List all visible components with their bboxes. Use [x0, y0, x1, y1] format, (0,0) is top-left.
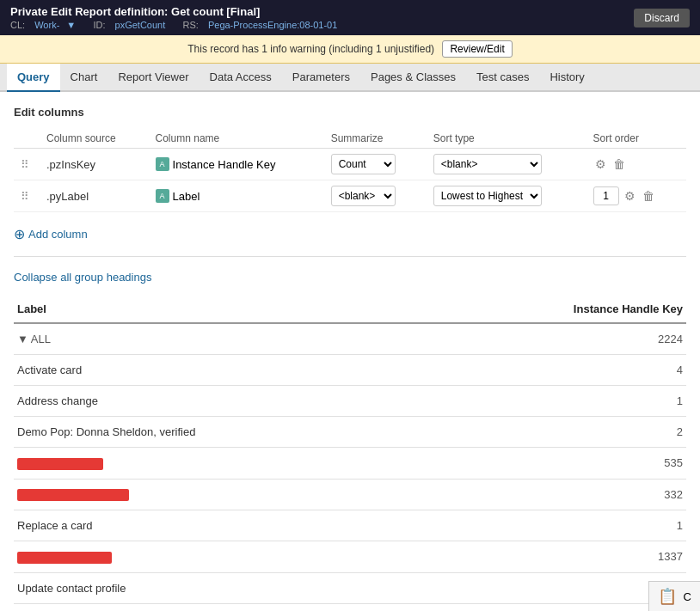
- toolbar-label: C: [684, 590, 691, 603]
- list-item: Replace a card1: [14, 510, 686, 541]
- list-item: 332: [14, 479, 686, 510]
- main-content: Edit columns Column source Column name S…: [0, 92, 700, 611]
- result-label-cell: Replace a card: [14, 510, 427, 541]
- rs-label: RS:: [183, 20, 199, 30]
- result-value-cell: 535: [427, 448, 687, 480]
- column-source-cell: .pzInsKey: [40, 149, 149, 180]
- add-column-link[interactable]: ⊕ Add column: [14, 226, 88, 242]
- results-key-header: Instance Handle Key: [427, 296, 687, 323]
- copy-icon: 📋: [658, 588, 677, 605]
- delete-button[interactable]: 🗑: [641, 187, 656, 205]
- sort-type-cell[interactable]: <blank>Lowest to HighestHighest to Lowes…: [427, 149, 586, 180]
- page-title: Private Edit Report definition: Get coun…: [10, 5, 344, 18]
- result-value-cell: 332: [427, 479, 687, 510]
- results-label-header: Label: [14, 296, 427, 323]
- collapse-all-link[interactable]: Collapse all group headings: [14, 271, 151, 284]
- redacted-text: [17, 489, 129, 501]
- tab-query[interactable]: Query: [7, 64, 60, 92]
- cl-value: Work-▼: [34, 20, 78, 30]
- header: Private Edit Report definition: Get coun…: [0, 0, 700, 35]
- tab-test-cases[interactable]: Test cases: [466, 64, 539, 92]
- result-label-cell: Demo Pop: Donna Sheldon, verified: [14, 417, 427, 448]
- list-item: Activate card4: [14, 355, 686, 386]
- plus-icon: ⊕: [14, 226, 25, 242]
- column-name-text: Label: [173, 190, 200, 203]
- result-label-cell: Update contact profile: [14, 572, 427, 603]
- result-value-cell: 2224: [427, 323, 687, 355]
- result-value-cell: 4: [427, 355, 687, 386]
- sort-type-cell[interactable]: <blank>Lowest to HighestHighest to Lowes…: [427, 180, 586, 212]
- tab-chart[interactable]: Chart: [60, 64, 108, 92]
- sort-order-input[interactable]: [593, 186, 619, 205]
- redacted-text: [17, 458, 103, 470]
- tab-parameters[interactable]: Parameters: [282, 64, 360, 92]
- id-value: pxGetCount: [115, 20, 166, 30]
- bottom-toolbar: 📋 C: [648, 581, 700, 611]
- summarize-select[interactable]: <blank>CountSumAverageMaxMin: [331, 154, 396, 174]
- list-item: ▼ ALL2224: [14, 323, 686, 355]
- col-source-header: Column source: [40, 129, 149, 149]
- cl-label: CL:: [10, 20, 25, 30]
- sort-order-cell: ⚙ 🗑: [586, 180, 686, 212]
- section-divider: [14, 256, 686, 257]
- list-item: 535: [14, 448, 686, 480]
- sort-type-select[interactable]: <blank>Lowest to HighestHighest to Lowes…: [433, 154, 542, 174]
- results-table: Label Instance Handle Key ▼ ALL2224Activ…: [14, 296, 686, 604]
- column-source-cell: .pyLabel: [40, 180, 149, 212]
- table-row: ⠿.pyLabelALabel<blank>CountSumAverageMax…: [14, 180, 686, 212]
- col-sort-type-header: Sort type: [427, 129, 586, 149]
- redacted-text: [17, 552, 112, 564]
- result-label-cell: [14, 448, 427, 480]
- delete-button[interactable]: 🗑: [611, 156, 627, 173]
- col-sort-order-header: Sort order: [586, 129, 686, 149]
- tab-history[interactable]: History: [539, 64, 594, 92]
- table-row: ⠿.pzInsKeyAInstance Handle Key<blank>Cou…: [14, 149, 686, 180]
- result-value-cell: 2: [427, 417, 687, 448]
- summarize-cell[interactable]: <blank>CountSumAverageMaxMin: [324, 180, 427, 212]
- result-label-cell: ▼ ALL: [14, 323, 427, 355]
- drag-handle-icon[interactable]: ⠿: [21, 190, 29, 203]
- summarize-cell[interactable]: <blank>CountSumAverageMaxMin: [324, 149, 427, 180]
- tab-report-viewer[interactable]: Report Viewer: [107, 64, 199, 92]
- list-item: Demo Pop: Donna Sheldon, verified2: [14, 417, 686, 448]
- sort-type-select[interactable]: <blank>Lowest to HighestHighest to Lowes…: [433, 186, 542, 206]
- info-bar: This record has 1 info warning (includin…: [0, 35, 700, 64]
- drag-handle-icon[interactable]: ⠿: [21, 158, 29, 171]
- list-item: Address change1: [14, 386, 686, 417]
- edit-columns-title: Edit columns: [14, 106, 686, 119]
- result-label-cell: Address change: [14, 386, 427, 417]
- column-icon: A: [156, 189, 169, 203]
- settings-button[interactable]: ⚙: [593, 156, 608, 173]
- tab-data-access[interactable]: Data Access: [200, 64, 282, 92]
- list-item: 1337: [14, 541, 686, 573]
- columns-table: Column source Column name Summarize Sort…: [14, 129, 686, 212]
- column-name-cell: ALabel: [149, 180, 324, 212]
- list-item: Update contact profile12: [14, 572, 686, 603]
- rs-value: Pega-ProcessEngine:08-01-01: [208, 20, 337, 30]
- settings-button[interactable]: ⚙: [623, 187, 637, 205]
- info-message: This record has 1 info warning (includin…: [187, 43, 434, 55]
- sort-order-cell: ⚙ 🗑: [586, 149, 686, 180]
- column-name-cell: AInstance Handle Key: [149, 149, 324, 180]
- col-summarize-header: Summarize: [324, 129, 427, 149]
- result-label-cell: [14, 541, 427, 573]
- col-name-header: Column name: [149, 129, 324, 149]
- column-icon: A: [156, 157, 169, 171]
- review-edit-button[interactable]: Review/Edit: [442, 40, 512, 58]
- id-label: ID:: [93, 20, 105, 30]
- tab-pages-classes[interactable]: Pages & Classes: [360, 64, 466, 92]
- result-label-cell: Activate card: [14, 355, 427, 386]
- result-label-cell: [14, 479, 427, 510]
- summarize-select[interactable]: <blank>CountSumAverageMaxMin: [331, 186, 396, 206]
- result-value-cell: 1: [427, 386, 687, 417]
- column-name-text: Instance Handle Key: [173, 158, 276, 171]
- result-value-cell: 1337: [427, 541, 687, 573]
- copy-button[interactable]: 📋: [658, 587, 677, 606]
- header-meta: CL: Work-▼ ID: pxGetCount RS: Pega-Proce…: [10, 20, 344, 30]
- result-value-cell: 1: [427, 510, 687, 541]
- nav-tabs: Query Chart Report Viewer Data Access Pa…: [0, 64, 700, 92]
- discard-button[interactable]: Discard: [634, 9, 690, 27]
